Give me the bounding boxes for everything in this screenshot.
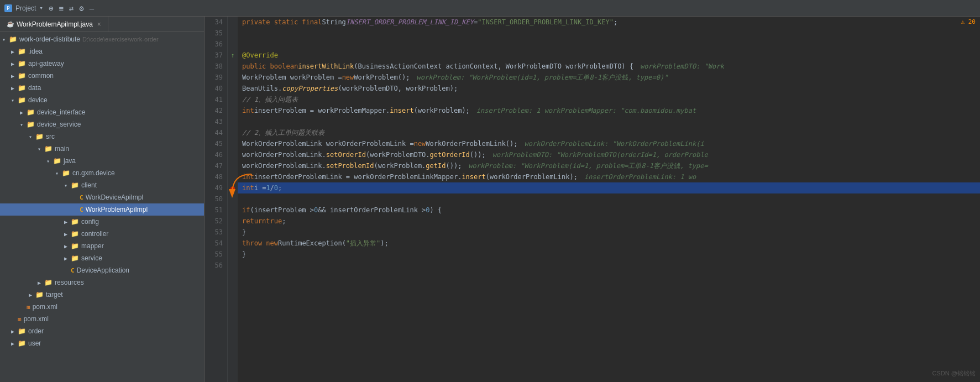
tree-item-workdeviceapiimpl[interactable]: C WorkDeviceApiImpl [0, 191, 204, 203]
line-numbers: 34 35 36 37 38 39 40 41 42 43 44 45 46 4… [205, 17, 228, 382]
tree-item-java[interactable]: ▾ 📁 java [0, 155, 204, 167]
tree-label: java [64, 157, 76, 165]
tree-item-main[interactable]: ▾ 📁 main [0, 143, 204, 155]
breakpoint-indicator[interactable]: ● [228, 182, 238, 193]
tree-item-common[interactable]: ▶ 📁 common [0, 70, 204, 82]
code-line-54: throw new RuntimeException( "插入异常" ); [238, 238, 980, 249]
tree-item-device-application[interactable]: C DeviceApplication [0, 264, 204, 276]
code-line-50 [238, 193, 980, 205]
code-editor: 34 35 36 37 38 39 40 41 42 43 44 45 46 4… [205, 17, 980, 382]
folder-icon: 📁 [44, 279, 53, 286]
tree-label: config [81, 218, 99, 226]
tree-item-pom-device[interactable]: m pom.xml [0, 301, 204, 313]
code-line-41: // 1、插入问题表 [238, 94, 980, 105]
tree-item-cn-gxm-device[interactable]: ▾ 📁 cn.gxm.device [0, 167, 204, 179]
tree-item-data[interactable]: ▶ 📁 data [0, 82, 204, 94]
tree-item-client[interactable]: ▾ 📁 client [0, 179, 204, 191]
folder-icon: 📁 [18, 60, 26, 67]
tree-item-idea[interactable]: ▶ 📁 .idea [0, 45, 204, 57]
folder-icon: 📁 [71, 181, 79, 189]
tree-label: cn.gxm.device [72, 169, 115, 177]
code-line-43 [238, 116, 980, 127]
tree-label: controller [81, 230, 108, 238]
tree-item-work-order-distribute[interactable]: ▾ 📁 work-order-distribute D:\code\exerci… [0, 33, 204, 45]
tree-label: main [55, 145, 69, 153]
tree-item-service[interactable]: ▶ 📁 service [0, 252, 204, 264]
tree-label: src [46, 133, 55, 140]
tree-item-device[interactable]: ▾ 📁 device [0, 94, 204, 106]
tree-label: .idea [28, 48, 43, 55]
tree-label: service [81, 254, 102, 262]
java-file-icon: C [71, 267, 75, 274]
sidebar: ☕ WorkProblemApiImpl.java × ▾ 📁 work-ord… [0, 17, 205, 382]
tab-close-icon[interactable]: × [97, 20, 101, 28]
tree-label: device_service [37, 121, 81, 128]
code-line-45: WorkOrderProblemLink workOrderProblemLin… [238, 138, 980, 149]
settings-icon[interactable]: ⚙ [79, 4, 83, 13]
tree-item-device-interface[interactable]: ▶ 📁 device_interface [0, 106, 204, 118]
gutter: ↑ ● [228, 17, 238, 382]
tree-item-pom-root[interactable]: m pom.xml [0, 313, 204, 325]
code-line-46: workOrderProblemLink. setOrderId (workPr… [238, 149, 980, 160]
code-line-51: if (insertProblem > 0 && insertOrderProb… [238, 205, 980, 216]
list-icon[interactable]: ≡ [59, 4, 63, 13]
tree-label: device [28, 96, 48, 104]
minimize-icon[interactable]: — [90, 4, 94, 13]
tab-java-icon: ☕ [7, 20, 14, 28]
tree-item-user[interactable]: ▶ 📁 user [0, 337, 204, 349]
tree-item-controller[interactable]: ▶ 📁 controller [0, 228, 204, 240]
code-content: private static final String INSERT_ORDER… [238, 17, 980, 382]
code-line-36 [238, 39, 980, 50]
code-line-53: } [238, 227, 980, 238]
folder-icon: 📁 [18, 84, 26, 92]
tree-label: pom.xml [24, 315, 49, 323]
tree-label: api-gateway [28, 60, 64, 67]
tree-item-workproblemapiimpl[interactable]: C WorkProblemApiImpl [0, 203, 204, 216]
tree-item-api-gateway[interactable]: ▶ 📁 api-gateway [0, 57, 204, 70]
tree-item-mapper[interactable]: ▶ 📁 mapper [0, 240, 204, 252]
code-line-34: private static final String INSERT_ORDER… [238, 17, 980, 28]
tree-label: DeviceApplication [77, 266, 129, 274]
sidebar-tab-bar: ☕ WorkProblemApiImpl.java × [0, 17, 204, 32]
code-line-37: @Override [238, 50, 980, 61]
project-icon: P [4, 4, 12, 12]
sidebar-tree: ▾ 📁 work-order-distribute D:\code\exerci… [0, 32, 204, 382]
project-dropdown-icon[interactable]: ▾ [39, 4, 43, 12]
code-line-49: int i = 1 / 0 ; [238, 182, 980, 193]
folder-icon: 📁 [18, 48, 26, 55]
tree-item-device-service[interactable]: ▾ 📁 device_service [0, 118, 204, 130]
tree-label: order [28, 327, 44, 335]
tree-item-resources[interactable]: ▶ 📁 resources [0, 276, 204, 289]
tree-item-src[interactable]: ▾ 📁 src [0, 130, 204, 143]
code-line-44: // 2、插入工单问题关联表 [238, 127, 980, 138]
folder-icon: 📁 [71, 230, 79, 238]
folder-icon: 📁 [27, 121, 35, 128]
new-file-icon[interactable]: ⊕ [49, 4, 53, 13]
tree-label: device_interface [37, 108, 85, 116]
tree-label: data [28, 84, 41, 92]
tree-label: client [81, 181, 97, 189]
folder-icon: 📁 [53, 157, 61, 165]
tree-label: target [46, 291, 63, 299]
tree-path: D:\code\exercise\work-order [82, 36, 159, 43]
tree-item-order[interactable]: ▶ 📁 order [0, 325, 204, 337]
tree-label: pom.xml [33, 303, 57, 311]
folder-icon: 📁 [18, 327, 26, 335]
watermark: CSDN @铭铭铭 [932, 369, 976, 378]
folder-icon: 📁 [18, 96, 26, 104]
code-line-40: BeanUtils. copyProperties (workProblemDT… [238, 83, 980, 94]
code-line-52: return true ; [238, 216, 980, 227]
code-line-55: } [238, 249, 980, 260]
folder-icon: 📁 [27, 108, 35, 116]
tree-label: work-order-distribute [19, 35, 80, 43]
code-line-48: int insertOrderProblemLink = workOrderPr… [238, 171, 980, 182]
project-label: Project [15, 4, 36, 12]
tab-active[interactable]: ☕ WorkProblemApiImpl.java × [0, 17, 108, 32]
code-line-42: int insertProblem = workProblemMapper. i… [238, 105, 980, 116]
tree-item-target[interactable]: ▶ 📁 target [0, 289, 204, 301]
folder-icon: 📁 [18, 339, 26, 347]
split-icon[interactable]: ⇄ [69, 4, 74, 13]
tree-item-config[interactable]: ▶ 📁 config [0, 216, 204, 228]
tree-label: common [28, 72, 54, 80]
code-line-39: WorkProblem workProblem = new WorkProble… [238, 72, 980, 83]
